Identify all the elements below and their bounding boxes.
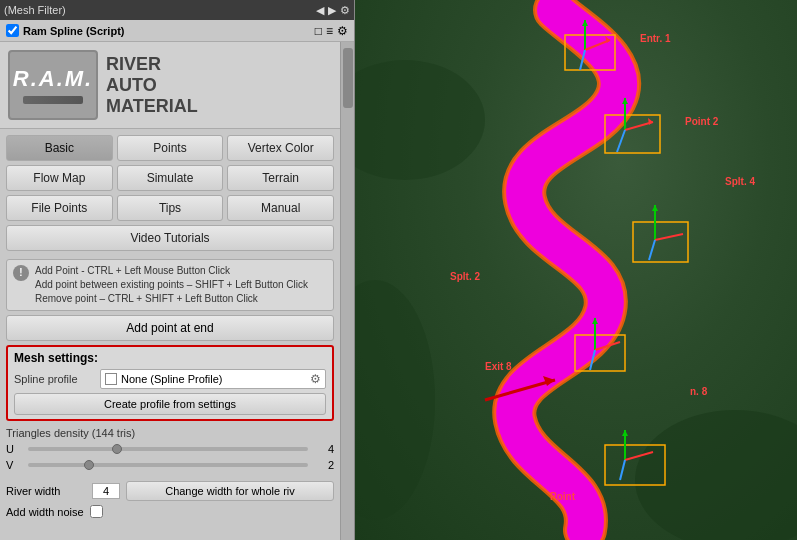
tab-points[interactable]: Points	[117, 135, 224, 161]
spline-gear-icon[interactable]: ⚙	[310, 372, 321, 386]
u-slider[interactable]	[28, 447, 308, 451]
hint2: Add point between existing points – SHIF…	[35, 278, 308, 292]
hint1: Add Point - CTRL + Left Mouse Button Cli…	[35, 264, 308, 278]
settings-icon[interactable]: ⚙	[340, 4, 350, 17]
tab-row-1: Basic Points Vertex Color	[6, 135, 334, 161]
svg-text:Splt. 2: Splt. 2	[450, 271, 480, 282]
logo-river-text: RIVER	[106, 54, 198, 75]
river-width-row: River width Change width for whole riv	[6, 481, 334, 501]
hint3: Remove point – CTRL + SHIFT + Left Butto…	[35, 292, 308, 306]
v-slider-thumb[interactable]	[84, 460, 94, 470]
svg-text:n. 8: n. 8	[690, 386, 708, 397]
v-label: V	[6, 459, 22, 471]
3d-viewport[interactable]: Entr. 1 Point 2 Splt. 4 Splt. 2 Exit 8 n…	[355, 0, 797, 540]
v-slider-row: V 2	[6, 459, 334, 471]
info-icon: !	[13, 265, 29, 281]
add-point-btn[interactable]: Add point at end	[6, 315, 334, 341]
noise-label: Add width noise	[6, 506, 84, 518]
spline-checkbox[interactable]	[105, 373, 117, 385]
collapse-icon[interactable]: ◀	[316, 4, 324, 17]
create-profile-btn[interactable]: Create profile from settings	[14, 393, 326, 415]
svg-line-12	[617, 130, 625, 152]
svg-point-2	[355, 280, 435, 520]
river-width-input[interactable]	[92, 483, 120, 499]
tab-vertex-color[interactable]: Vertex Color	[227, 135, 334, 161]
gizmo-3	[633, 205, 688, 262]
river-change-btn[interactable]: Change width for whole riv	[126, 481, 334, 501]
u-label: U	[6, 443, 22, 455]
river-width-label: River width	[6, 485, 86, 497]
svg-point-1	[635, 410, 797, 540]
logo-ram-text: R.A.M.	[13, 66, 93, 92]
viewport-svg: Entr. 1 Point 2 Splt. 4 Splt. 2 Exit 8 n…	[355, 0, 797, 540]
svg-text:Exit 8: Exit 8	[485, 361, 512, 372]
btn-video-tutorials[interactable]: Video Tutorials	[6, 225, 334, 251]
svg-marker-29	[622, 430, 628, 436]
spline-profile-value: None (Spline Profile)	[121, 373, 223, 385]
svg-text:Point: Point	[550, 491, 576, 502]
top-bar: (Mesh Filter) ◀ ▶ ⚙	[0, 0, 354, 20]
svg-point-0	[355, 60, 485, 180]
noise-row: Add width noise	[6, 505, 334, 518]
tab-terrain[interactable]: Terrain	[227, 165, 334, 191]
logo-material-text: MATERIAL	[106, 96, 198, 117]
tab-simulate[interactable]: Simulate	[117, 165, 224, 191]
tab-flow-map[interactable]: Flow Map	[6, 165, 113, 191]
logo-road-graphic	[23, 96, 83, 104]
spline-label: Spline profile	[14, 373, 94, 385]
v-value: 2	[314, 459, 334, 471]
svg-text:Splt. 4: Splt. 4	[725, 176, 755, 187]
tab-row-3: File Points Tips Manual	[6, 195, 334, 221]
script-enabled-checkbox[interactable]	[6, 24, 19, 37]
tab-tips[interactable]: Tips	[117, 195, 224, 221]
script-bar-label: Ram Spline (Script)	[23, 25, 124, 37]
scrollbar[interactable]	[340, 42, 354, 540]
scrollbar-thumb[interactable]	[343, 48, 353, 108]
svg-line-17	[655, 234, 683, 240]
u-slider-thumb[interactable]	[112, 444, 122, 454]
logo-area: R.A.M. RIVER AUTO MATERIAL	[0, 42, 340, 129]
svg-line-18	[649, 240, 655, 260]
script-bar-icon1[interactable]: □	[315, 24, 322, 38]
spline-profile-row: Spline profile None (Spline Profile) ⚙	[14, 369, 326, 389]
tab-grid: Basic Points Vertex Color Flow Map Simul…	[0, 129, 340, 255]
script-bar-icon2[interactable]: ≡	[326, 24, 333, 38]
tab-basic[interactable]: Basic	[6, 135, 113, 161]
mesh-settings: Mesh settings: Spline profile None (Spli…	[6, 345, 334, 421]
mesh-settings-title: Mesh settings:	[14, 351, 326, 365]
spline-profile-field[interactable]: None (Spline Profile) ⚙	[100, 369, 326, 389]
svg-rect-15	[633, 222, 688, 262]
u-value: 4	[314, 443, 334, 455]
triangles-title: Triangles density (144 tris)	[6, 427, 334, 439]
script-bar-icon3[interactable]: ⚙	[337, 24, 348, 38]
logo-auto-text: AUTO	[106, 75, 198, 96]
tab-file-points[interactable]: File Points	[6, 195, 113, 221]
triangles-section: Triangles density (144 tris) U 4 V 2	[6, 425, 334, 477]
expand-icon[interactable]: ▶	[328, 4, 336, 17]
logo-text-area: RIVER AUTO MATERIAL	[106, 54, 198, 117]
info-text: Add Point - CTRL + Left Mouse Button Cli…	[35, 264, 308, 306]
svg-text:Point 2: Point 2	[685, 116, 719, 127]
mesh-filter-title: (Mesh Filter)	[4, 4, 66, 16]
tab-row-2: Flow Map Simulate Terrain	[6, 165, 334, 191]
v-slider[interactable]	[28, 463, 308, 467]
logo-box: R.A.M.	[8, 50, 98, 120]
script-bar: Ram Spline (Script) □ ≡ ⚙	[0, 20, 354, 42]
svg-line-28	[620, 460, 625, 480]
info-box: ! Add Point - CTRL + Left Mouse Button C…	[6, 259, 334, 311]
svg-marker-19	[652, 205, 658, 211]
tab-manual[interactable]: Manual	[227, 195, 334, 221]
svg-text:Entr. 1: Entr. 1	[640, 33, 671, 44]
u-slider-row: U 4	[6, 443, 334, 455]
noise-checkbox[interactable]	[90, 505, 103, 518]
